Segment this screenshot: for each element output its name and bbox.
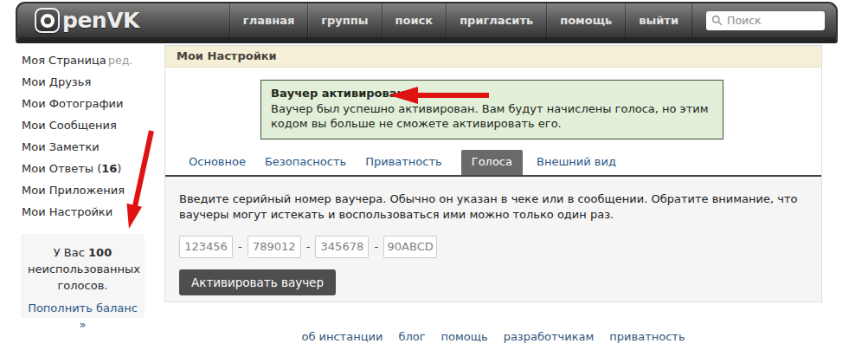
top-navbar: penVK главнаягруппыпоискпригласитьпомощь…: [16, 2, 838, 43]
activate-voucher-button[interactable]: Активировать ваучер: [179, 269, 336, 295]
logo-text: penVK: [62, 8, 139, 33]
nav-item-invite[interactable]: пригласить: [446, 3, 546, 37]
sidebar-item-my-messages-label: Мои Сообщения: [22, 119, 117, 132]
voucher-separator: -: [238, 240, 242, 253]
tab-general[interactable]: Основное: [189, 150, 246, 175]
voucher-part-1[interactable]: [179, 236, 233, 258]
sidebar-item-my-settings-label: Мои Настройки: [22, 205, 113, 218]
success-message-body: Ваучер был успешно активирован. Вам буду…: [271, 101, 713, 132]
footer-link-developers[interactable]: разработчикам: [504, 330, 595, 343]
sidebar-item-my-page[interactable]: Моя Страницаред.: [22, 55, 153, 66]
sidebar-item-my-notes-label: Мои Заметки: [22, 140, 100, 153]
sidebar-item-my-settings[interactable]: Мои Настройки: [22, 206, 153, 217]
balance-box: У Вас 100 неиспользованных голосов. Попо…: [21, 234, 145, 318]
sidebar-item-my-photos[interactable]: Мои Фотографии: [22, 98, 153, 109]
sidebar-item-my-answers[interactable]: Мои Ответы (16): [22, 163, 153, 174]
settings-tabs-bar: ОсновноеБезопасностьПриватностьГолосаВне…: [165, 150, 821, 177]
nav-item-groups[interactable]: группы: [307, 3, 381, 37]
tab-security[interactable]: Безопасность: [265, 150, 346, 175]
settings-content: Мои Настройки Ваучер активирован Ваучер …: [164, 45, 822, 302]
voucher-separator: -: [374, 240, 378, 253]
voucher-part-4[interactable]: [383, 236, 437, 258]
nav-item-help[interactable]: помощь: [546, 3, 625, 37]
voucher-inputs-row: ---: [179, 236, 807, 258]
footer-link-blog[interactable]: блог: [398, 330, 425, 343]
footer-link-help[interactable]: помощь: [441, 330, 488, 343]
sidebar-item-my-messages[interactable]: Мои Сообщения: [22, 120, 153, 131]
logo-o-icon: [35, 8, 60, 33]
success-message: Ваучер активирован Ваучер был успешно ак…: [260, 80, 723, 139]
voucher-panel: Введите серийный номер ваучера. Обычно о…: [165, 177, 821, 301]
footer-link-about[interactable]: об инстанции: [301, 330, 383, 343]
sidebar-item-my-page-label: Моя Страница: [22, 54, 106, 67]
search-placeholder: Поиск: [727, 14, 762, 27]
search-icon: [711, 15, 723, 26]
sidebar-item-my-apps[interactable]: Мои Приложения: [22, 185, 153, 196]
sidebar-item-my-friends-label: Мои Друзья: [22, 75, 91, 88]
sidebar-item-my-answers-label: Мои Ответы (: [22, 162, 101, 175]
success-message-title: Ваучер активирован: [271, 86, 713, 101]
sidebar-item-my-apps-label: Мои Приложения: [22, 184, 125, 197]
nav-item-home[interactable]: главная: [229, 3, 307, 37]
openvk-logo[interactable]: penVK: [35, 3, 139, 37]
tab-appearance[interactable]: Внешний вид: [537, 150, 616, 175]
voucher-part-2[interactable]: [248, 236, 301, 258]
sidebar-item-my-photos-label: Мои Фотографии: [22, 97, 123, 110]
sidebar-item-my-friends[interactable]: Мои Друзья: [22, 76, 153, 88]
voucher-separator: -: [306, 240, 311, 253]
voucher-instruction: Введите серийный номер ваучера. Обычно о…: [179, 191, 807, 223]
voucher-part-3[interactable]: [315, 236, 369, 258]
nav-item-search[interactable]: поиск: [382, 3, 447, 37]
sidebar-nav: Моя Страницаред.Мои ДрузьяМои Фотографии…: [22, 55, 153, 228]
tab-points[interactable]: Голоса: [461, 150, 523, 175]
page-title: Мои Настройки: [165, 46, 821, 68]
header-search-input[interactable]: Поиск: [706, 11, 825, 30]
sidebar-item-my-notes[interactable]: Мои Заметки: [22, 141, 153, 152]
sidebar-item-my-answers-close: ): [117, 162, 121, 175]
sidebar-item-my-answers-count: 16: [101, 162, 117, 175]
top-up-balance-link[interactable]: Пополнить баланс »: [28, 300, 138, 333]
nav-menu: главнаягруппыпоискпригласитьпомощьвыйти: [229, 3, 692, 37]
balance-votes-count: 100: [88, 246, 112, 259]
footer-link-privacy[interactable]: приватность: [609, 330, 685, 343]
footer-links: об инстанцииблогпомощьразработчикамприва…: [164, 330, 822, 343]
sidebar-item-my-page-edit-link[interactable]: ред.: [108, 55, 132, 66]
balance-text-suffix: неиспользованных голосов.: [28, 262, 140, 292]
nav-item-logout[interactable]: выйти: [625, 3, 692, 37]
tab-privacy[interactable]: Приватность: [365, 150, 442, 175]
balance-text-prefix: У Вас: [54, 246, 85, 259]
